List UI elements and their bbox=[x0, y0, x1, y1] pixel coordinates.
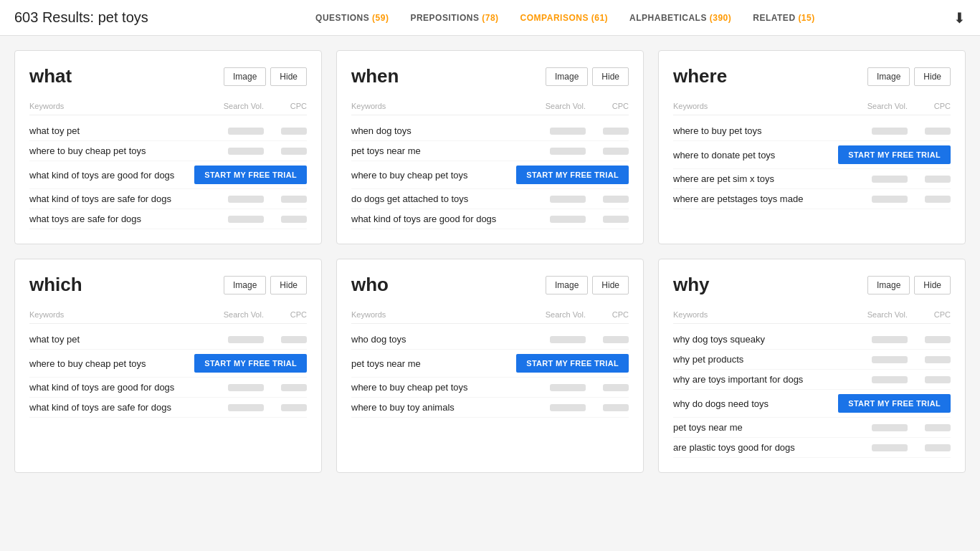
card-actions-what: ImageHide bbox=[224, 67, 307, 86]
keyword-row: why do dogs need toysSTART MY FREE TRIAL bbox=[673, 390, 951, 418]
cpc-bar bbox=[603, 128, 629, 135]
cpc-cell bbox=[264, 384, 307, 391]
keyword-row: where to buy toy animals bbox=[351, 398, 629, 418]
image-button-who[interactable]: Image bbox=[546, 276, 588, 294]
search-vol-bar bbox=[872, 356, 908, 363]
search-vol-bar bbox=[550, 336, 586, 343]
image-button-why[interactable]: Image bbox=[867, 276, 910, 294]
search-vol-cell bbox=[206, 216, 264, 223]
start-trial-button[interactable]: START MY FREE TRIAL bbox=[838, 394, 951, 413]
hide-button-which[interactable]: Hide bbox=[270, 276, 307, 294]
col-search-vol-which: Search Vol. bbox=[206, 310, 264, 319]
cpc-bar bbox=[603, 384, 629, 391]
table-header-what: KeywordsSearch Vol.CPC bbox=[29, 102, 307, 115]
search-vol-cell bbox=[528, 128, 586, 135]
search-vol-bar bbox=[872, 176, 908, 183]
image-button-which[interactable]: Image bbox=[224, 276, 266, 294]
hide-button-where[interactable]: Hide bbox=[914, 67, 951, 86]
search-vol-bar bbox=[228, 384, 264, 391]
col-keywords-what: Keywords bbox=[29, 102, 206, 110]
page-title: 603 Results: pet toys bbox=[14, 9, 148, 26]
search-vol-cell bbox=[206, 336, 264, 343]
cpc-bar bbox=[925, 128, 951, 135]
card-title-what: what bbox=[29, 65, 72, 87]
download-button[interactable]: ⬇ bbox=[953, 9, 966, 27]
cpc-bar bbox=[281, 336, 307, 343]
nav-tab-prepositions[interactable]: PREPOSITIONS (78) bbox=[410, 13, 498, 23]
search-vol-cell bbox=[528, 336, 586, 343]
keyword-text: what toy pet bbox=[29, 125, 206, 136]
col-search-vol-who: Search Vol. bbox=[528, 310, 586, 319]
card-title-which: which bbox=[29, 274, 82, 296]
cpc-bar bbox=[925, 196, 951, 203]
start-trial-button[interactable]: START MY FREE TRIAL bbox=[194, 166, 307, 184]
cpc-bar bbox=[603, 404, 629, 411]
search-vol-bar bbox=[872, 424, 908, 431]
hide-button-what[interactable]: Hide bbox=[270, 67, 307, 86]
card-actions-why: ImageHide bbox=[867, 276, 951, 294]
image-button-what[interactable]: Image bbox=[224, 67, 266, 86]
search-vol-cell bbox=[528, 384, 586, 391]
nav-tab-questions[interactable]: QUESTIONS (59) bbox=[315, 13, 389, 23]
keyword-text: why are toys important for dogs bbox=[673, 374, 850, 385]
image-button-when[interactable]: Image bbox=[546, 67, 588, 86]
table-header-which: KeywordsSearch Vol.CPC bbox=[29, 310, 307, 324]
keyword-row: what toy pet bbox=[29, 330, 307, 350]
search-vol-cell bbox=[850, 444, 908, 451]
keyword-row: what kind of toys are good for dogsSTART… bbox=[29, 161, 307, 189]
card-actions-which: ImageHide bbox=[224, 276, 307, 294]
table-header-where: KeywordsSearch Vol.CPC bbox=[673, 102, 951, 115]
keyword-text: pet toys near me bbox=[351, 145, 528, 156]
start-trial-button[interactable]: START MY FREE TRIAL bbox=[516, 166, 629, 184]
col-keywords-who: Keywords bbox=[351, 310, 528, 319]
image-button-where[interactable]: Image bbox=[867, 67, 910, 86]
keyword-row: where to buy cheap pet toysSTART MY FREE… bbox=[351, 161, 629, 189]
nav-tab-comparisons[interactable]: COMPARISONS (61) bbox=[520, 13, 608, 23]
search-vol-bar bbox=[872, 336, 908, 343]
cpc-bar bbox=[925, 444, 951, 451]
search-vol-bar bbox=[228, 404, 264, 411]
card-header-which: whichImageHide bbox=[29, 274, 307, 296]
search-vol-bar bbox=[228, 148, 264, 155]
hide-button-when[interactable]: Hide bbox=[592, 67, 629, 86]
keyword-row: why dog toys squeaky bbox=[673, 330, 951, 350]
cpc-cell bbox=[264, 404, 307, 411]
search-vol-cell bbox=[528, 404, 586, 411]
start-trial-button[interactable]: START MY FREE TRIAL bbox=[516, 354, 629, 373]
search-vol-cell bbox=[850, 196, 908, 203]
keyword-text: are plastic toys good for dogs bbox=[673, 442, 850, 453]
keyword-text: what toys are safe for dogs bbox=[29, 214, 206, 224]
keyword-text: what kind of toys are safe for dogs bbox=[29, 402, 206, 413]
cpc-cell bbox=[908, 128, 951, 135]
keyword-text: why dog toys squeaky bbox=[673, 334, 850, 345]
search-vol-bar bbox=[550, 216, 586, 223]
col-cpc-where: CPC bbox=[908, 102, 951, 110]
search-vol-cell bbox=[206, 196, 264, 203]
search-vol-cell bbox=[850, 336, 908, 343]
keyword-text: do dogs get attached to toys bbox=[351, 193, 528, 204]
keyword-row: pet toys near me bbox=[351, 141, 629, 161]
keyword-row: are plastic toys good for dogs bbox=[673, 438, 951, 458]
keyword-row: what toys are safe for dogs bbox=[29, 209, 307, 229]
cpc-bar bbox=[925, 424, 951, 431]
keyword-text: where are pet sim x toys bbox=[673, 173, 850, 184]
start-trial-button[interactable]: START MY FREE TRIAL bbox=[194, 354, 307, 373]
cpc-cell bbox=[908, 444, 951, 451]
cards-grid: whatImageHideKeywordsSearch Vol.CPCwhat … bbox=[0, 36, 980, 487]
search-vol-bar bbox=[872, 196, 908, 203]
cpc-bar bbox=[925, 176, 951, 183]
search-vol-cell bbox=[528, 216, 586, 223]
nav-tab-label: QUESTIONS bbox=[315, 13, 372, 23]
hide-button-who[interactable]: Hide bbox=[592, 276, 629, 294]
hide-button-why[interactable]: Hide bbox=[914, 276, 951, 294]
cpc-cell bbox=[586, 148, 629, 155]
col-keywords-when: Keywords bbox=[351, 102, 528, 110]
search-vol-bar bbox=[550, 148, 586, 155]
keyword-row: pet toys near meSTART MY FREE TRIAL bbox=[351, 350, 629, 378]
col-search-vol-what: Search Vol. bbox=[206, 102, 264, 110]
search-vol-bar bbox=[550, 404, 586, 411]
nav-tab-related[interactable]: RELATED (15) bbox=[753, 13, 814, 23]
card-when: whenImageHideKeywordsSearch Vol.CPCwhen … bbox=[336, 50, 644, 244]
nav-tab-alphabeticals[interactable]: ALPHABETICALS (390) bbox=[629, 13, 731, 23]
start-trial-button[interactable]: START MY FREE TRIAL bbox=[838, 145, 951, 164]
